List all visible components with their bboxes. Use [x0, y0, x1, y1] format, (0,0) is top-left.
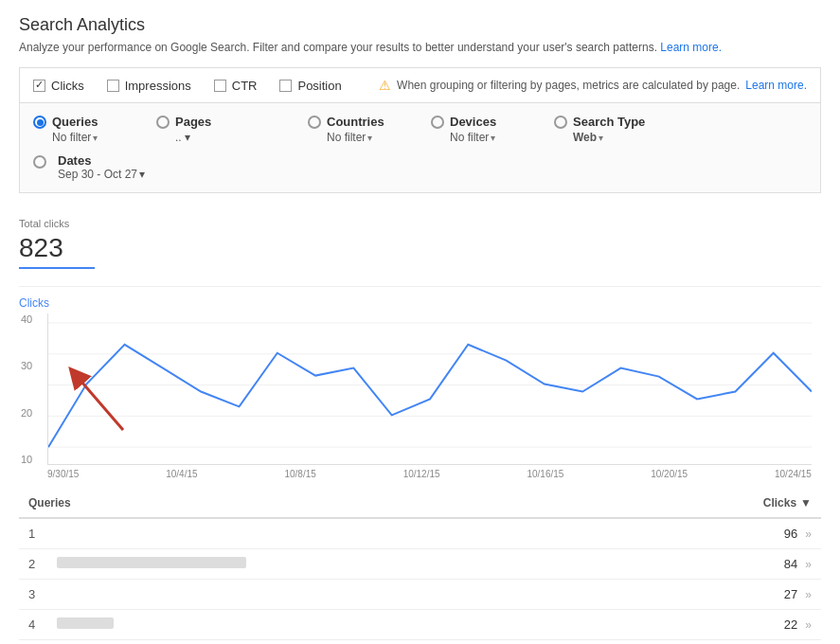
grouping-row-main: Queries No filter ▾ Pages .. ▾ [33, 115, 807, 144]
grouping-devices[interactable]: Devices No filter ▾ [431, 115, 554, 144]
chart-wrapper: 40 30 20 10 [47, 313, 812, 465]
chart-label: Clicks [19, 296, 821, 310]
col-queries-header: Queries [28, 496, 71, 510]
dates-label: Dates [58, 153, 91, 168]
clicks-checkbox[interactable] [33, 80, 45, 92]
total-clicks-block: Total clicks 823 [19, 208, 821, 278]
total-clicks-value: 823 [19, 233, 95, 269]
table-row: 3 27 » [19, 580, 821, 610]
dates-row: Dates Sep 30 - Oct 27 ▾ [33, 153, 807, 181]
warning-icon: ⚠ [379, 78, 391, 93]
pages-filter[interactable]: .. ▾ [175, 131, 211, 144]
grouping-bar: Queries No filter ▾ Pages .. ▾ [19, 103, 821, 193]
subtitle-learn-more[interactable]: Learn more. [660, 41, 722, 54]
row-query-3 [57, 589, 760, 600]
pages-radio[interactable] [156, 116, 170, 129]
search-type-filter-arrow: ▾ [599, 133, 603, 143]
metrics-bar: Clicks Impressions CTR Position ⚠ When g… [19, 67, 821, 103]
row-query-1 [57, 528, 760, 540]
row-arrow-2[interactable]: » [805, 558, 812, 571]
warning-text: When grouping or filtering by pages, met… [397, 79, 740, 92]
grouping-pages[interactable]: Pages .. ▾ [156, 115, 308, 144]
metric-impressions[interactable]: Impressions [107, 79, 191, 93]
x-axis: 9/30/15 10/4/15 10/8/15 10/12/15 10/16/1… [47, 465, 812, 479]
countries-radio[interactable] [308, 116, 321, 129]
row-arrow-4[interactable]: » [805, 618, 812, 632]
warning-learn-more[interactable]: Learn more. [745, 79, 807, 92]
pages-label: Pages [175, 115, 211, 129]
table-row: 4 22 » [19, 610, 821, 640]
metric-clicks[interactable]: Clicks [33, 79, 84, 93]
warning-area: ⚠ When grouping or filtering by pages, m… [379, 78, 807, 93]
devices-filter-arrow: ▾ [491, 133, 495, 143]
countries-filter[interactable]: No filter ▾ [327, 131, 384, 144]
chart-section: Clicks 40 30 20 10 [19, 296, 821, 479]
dates-radio[interactable] [33, 155, 46, 169]
queries-radio[interactable] [33, 116, 46, 129]
dates-range[interactable]: Sep 30 - Oct 27 ▾ [58, 168, 145, 181]
queries-label: Queries [52, 115, 98, 129]
sort-arrow: ▼ [800, 496, 812, 510]
search-type-radio[interactable] [554, 116, 567, 129]
total-clicks-label: Total clicks [19, 218, 821, 229]
subtitle: Analyze your performance on Google Searc… [19, 41, 821, 54]
countries-label: Countries [327, 115, 384, 129]
row-arrow-3[interactable]: » [805, 588, 812, 601]
ctr-checkbox[interactable] [214, 80, 226, 92]
ctr-label: CTR [232, 79, 258, 93]
col-clicks-header[interactable]: Clicks ▼ [763, 496, 812, 510]
table-row: 2 84 » [19, 549, 821, 580]
clicks-label: Clicks [51, 79, 84, 93]
queries-filter[interactable]: No filter ▾ [52, 131, 98, 144]
dates-range-arrow: ▾ [139, 168, 145, 181]
stats-section: Total clicks 823 [19, 208, 821, 287]
devices-label: Devices [450, 115, 496, 129]
search-type-label: Search Type [573, 115, 645, 129]
metric-position[interactable]: Position [279, 79, 341, 93]
grouping-search-type[interactable]: Search Type Web ▾ [554, 115, 677, 144]
chart-svg [47, 313, 812, 465]
row-query-2 [57, 557, 760, 571]
y-axis: 40 30 20 10 [21, 313, 32, 465]
table-row: 1 96 » [19, 519, 821, 549]
devices-radio[interactable] [431, 116, 444, 129]
chart-area: 40 30 20 10 [47, 313, 812, 465]
position-label: Position [297, 79, 341, 93]
countries-filter-arrow: ▾ [367, 133, 372, 143]
impressions-checkbox[interactable] [107, 80, 119, 92]
devices-filter[interactable]: No filter ▾ [450, 131, 496, 144]
grouping-countries[interactable]: Countries No filter ▾ [308, 115, 431, 144]
impressions-label: Impressions [125, 79, 191, 93]
grouping-queries[interactable]: Queries No filter ▾ [33, 115, 156, 144]
metric-ctr[interactable]: CTR [214, 79, 258, 93]
search-type-filter[interactable]: Web ▾ [573, 131, 645, 144]
table-header: Queries Clicks ▼ [19, 489, 821, 519]
table-section: Queries Clicks ▼ 1 96 » 2 84 » 3 27 » [19, 489, 821, 640]
page-title: Search Analytics [19, 15, 821, 35]
page-container: Search Analytics Analyze your performanc… [0, 0, 840, 644]
row-query-4 [57, 617, 760, 632]
position-checkbox[interactable] [279, 80, 292, 92]
row-arrow-1[interactable]: » [805, 528, 812, 541]
queries-filter-arrow: ▾ [93, 133, 98, 143]
